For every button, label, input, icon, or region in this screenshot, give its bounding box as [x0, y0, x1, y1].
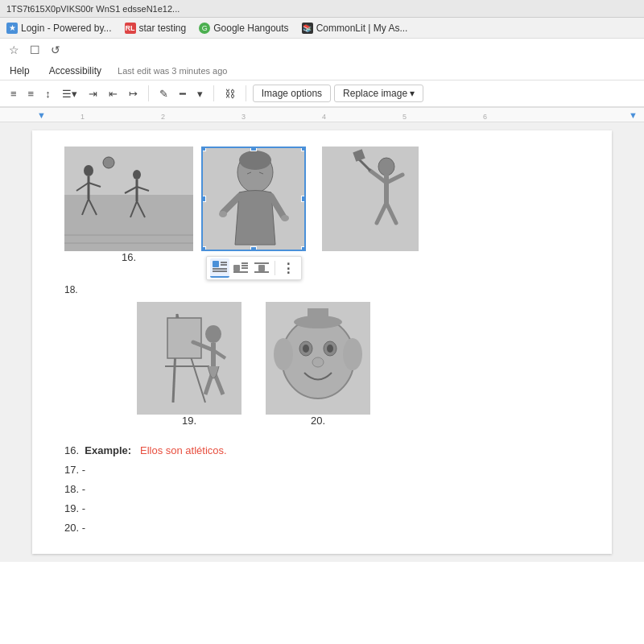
bookmark-icon-hangouts: G — [199, 23, 210, 34]
doc-content: 16. — [0, 122, 644, 562]
star-icon[interactable]: ☆ — [6, 43, 21, 57]
bookmark-commonlit[interactable]: 📚 CommonLit | My As... — [302, 23, 408, 34]
ruler-tick-3: 3 — [242, 113, 246, 121]
menu-help[interactable]: Help — [6, 64, 33, 78]
more-format-icon[interactable]: ▾ — [193, 86, 207, 101]
svg-point-25 — [281, 215, 289, 221]
top-images-row: 16. — [64, 147, 580, 280]
inline-wrap-text[interactable] — [231, 258, 250, 278]
replace-image-button[interactable]: Replace image ▾ — [334, 85, 423, 102]
image-options-button[interactable]: Image options — [253, 85, 331, 102]
clear-format-icon[interactable]: ✎ — [155, 86, 172, 101]
acrobat-svg — [322, 147, 419, 251]
text-16-example-label: Example: — [85, 444, 131, 456]
toolbar-separator3 — [246, 85, 246, 101]
inline-wrap-break[interactable] — [252, 258, 271, 278]
ruler: ▼ 1 2 3 4 5 6 ▼ — [0, 108, 644, 122]
bookmark-login[interactable]: ★ Login - Powered by... — [6, 23, 112, 34]
refresh-icon[interactable]: ↺ — [48, 43, 63, 57]
handle-tm[interactable] — [250, 147, 257, 151]
handle-bl[interactable] — [201, 246, 206, 251]
image-container-17: ⋮ — [201, 147, 306, 280]
indent2-icon[interactable]: ↦ — [125, 86, 142, 101]
handle-mr[interactable] — [301, 196, 306, 202]
svg-point-19 — [239, 151, 271, 170]
svg-rect-62 — [308, 308, 328, 324]
painter-svg — [137, 302, 242, 415]
image-17-selected[interactable] — [201, 147, 306, 251]
ruler-tick-5: 5 — [402, 113, 407, 121]
bookmark-hangouts[interactable]: G Google Hangouts — [199, 23, 288, 34]
image-20[interactable] — [266, 302, 370, 415]
list-icon[interactable]: ☰▾ — [58, 86, 81, 101]
inline-toolbar-sep — [275, 261, 275, 275]
svg-point-67 — [312, 357, 324, 367]
link-icon[interactable]: ⛓ — [221, 86, 239, 101]
image-16[interactable] — [64, 147, 193, 251]
handle-tr[interactable] — [301, 147, 306, 151]
image-19[interactable] — [137, 302, 242, 415]
handle-ml[interactable] — [201, 196, 206, 202]
sports-svg — [64, 147, 193, 251]
image-20-label: 20. — [266, 415, 370, 427]
doc-icon[interactable]: ☐ — [27, 43, 42, 57]
handle-tl[interactable] — [201, 147, 206, 151]
bookmark-icon-login: ★ — [6, 23, 18, 34]
image-19-label: 19. — [137, 415, 242, 427]
align-left-icon[interactable]: ≡ — [6, 86, 21, 101]
format-toolbar: ≡ ≡ ↕ ☰▾ ⇥ ⇤ ↦ ✎ ━ ▾ ⛓ Image options Rep… — [0, 80, 644, 108]
ruler-tick-4: 4 — [322, 113, 326, 121]
label-18: 18. — [64, 284, 78, 295]
browser-tab-bar: 1TS7t615X0pVIKS00r WnS1 edsseN1e12... — [0, 0, 644, 18]
row-labels: 18. — [64, 283, 580, 295]
text-17: 17. - — [64, 464, 85, 476]
clown-svg — [266, 302, 370, 415]
svg-rect-39 — [322, 147, 419, 251]
bookmark-label-hangouts: Google Hangouts — [213, 23, 288, 34]
svg-point-9 — [133, 170, 141, 180]
inline-more-options[interactable]: ⋮ — [279, 258, 298, 278]
bookmark-star-testing[interactable]: RL star testing — [125, 23, 187, 34]
svg-point-68 — [274, 338, 293, 370]
line-spacing-icon[interactable]: ↕ — [41, 86, 55, 101]
bookmark-label-star: star testing — [139, 23, 187, 34]
inline-wrap-inline[interactable] — [210, 258, 229, 278]
toolbar-row: ☆ ☐ ↺ — [0, 39, 644, 61]
strikethrough-icon[interactable]: ━ — [175, 86, 190, 101]
outdent-icon[interactable]: ⇤ — [105, 86, 122, 101]
text-line-18: 18. - — [64, 480, 580, 499]
bookmarks-bar: ★ Login - Powered by... RL star testing … — [0, 18, 644, 39]
text-line-17: 17. - — [64, 460, 580, 480]
svg-point-65 — [303, 345, 309, 353]
text-content: 16. Example: Ellos son atléticos. 17. - … — [64, 433, 580, 538]
text-16-example-text: Ellos son atléticos. — [140, 444, 227, 456]
svg-point-24 — [219, 211, 227, 217]
indent-icon[interactable]: ⇥ — [85, 86, 101, 101]
svg-point-66 — [327, 345, 333, 353]
menu-accessibility[interactable]: Accessibility — [46, 64, 105, 78]
align-center-icon[interactable]: ≡ — [24, 86, 39, 101]
text-19: 19. - — [64, 502, 85, 514]
ruler-right-arrow: ▼ — [629, 110, 638, 120]
image-container-20: 20. — [266, 302, 370, 427]
inline-image-toolbar: ⋮ — [206, 256, 302, 280]
toolbar-separator2 — [213, 85, 214, 101]
svg-point-2 — [84, 165, 93, 176]
toolbar-separator1 — [148, 85, 149, 101]
bookmark-icon-commonlit: 📚 — [302, 23, 313, 34]
svg-point-40 — [378, 158, 394, 175]
svg-point-69 — [343, 338, 362, 370]
menu-bar: Help Accessibility Last edit was 3 minut… — [0, 61, 644, 80]
svg-point-8 — [103, 157, 114, 168]
image-right[interactable] — [322, 147, 419, 251]
bottom-images-row: 19. — [137, 302, 580, 427]
bookmark-label-login: Login - Powered by... — [21, 23, 112, 34]
ruler-tick-6: 6 — [483, 113, 487, 121]
elderly-svg — [203, 148, 306, 251]
last-edit-text: Last edit was 3 minutes ago — [118, 66, 227, 76]
svg-rect-31 — [233, 265, 240, 271]
svg-point-53 — [205, 325, 221, 343]
handle-bm[interactable] — [250, 246, 257, 251]
text-line-16: 16. Example: Ellos son atléticos. — [64, 441, 580, 460]
handle-br[interactable] — [301, 246, 306, 251]
